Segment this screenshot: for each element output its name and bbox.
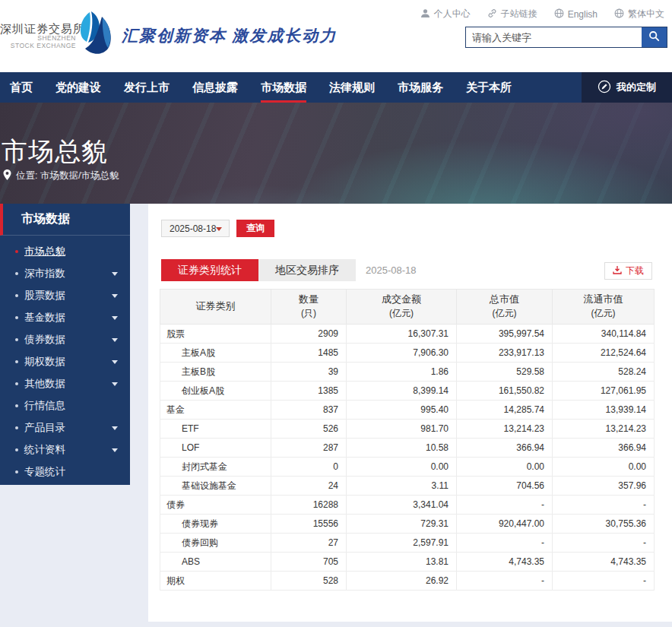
logo-en-line2: STOCK EXCHANGE bbox=[0, 43, 76, 50]
user-icon bbox=[420, 8, 430, 21]
top-link-label: 繁体中文 bbox=[628, 8, 664, 21]
table-row: 基金837995.4014,285.7413,939.14 bbox=[160, 401, 655, 420]
top-link[interactable]: 子站链接 bbox=[487, 8, 537, 21]
value-cell: 16,307.31 bbox=[347, 325, 457, 344]
top-link[interactable]: 个人中心 bbox=[420, 8, 471, 21]
sidebar-item[interactable]: 市场总貌 bbox=[0, 240, 130, 262]
sidebar-item[interactable]: 基金数据 bbox=[0, 306, 130, 328]
sidebar-item[interactable]: 债券数据 bbox=[0, 328, 130, 350]
value-cell: - bbox=[553, 572, 655, 591]
value-cell: 13.81 bbox=[347, 553, 457, 572]
top-link-label: 个人中心 bbox=[434, 8, 471, 21]
value-cell: 14,285.74 bbox=[457, 401, 553, 420]
slogan: 汇聚创新资本 激发成长动力 bbox=[122, 25, 337, 46]
value-cell: - bbox=[553, 496, 655, 515]
nav-item[interactable]: 市场服务 bbox=[398, 72, 443, 103]
sidebar-item-label: 债券数据 bbox=[24, 333, 65, 347]
value-cell: 8,399.14 bbox=[347, 382, 457, 401]
tabs: 证券类别统计地区交易排序 bbox=[161, 259, 356, 281]
search-input[interactable] bbox=[466, 27, 642, 47]
value-cell: 2,597.91 bbox=[347, 534, 457, 553]
sidebar-item[interactable]: 统计资料 bbox=[0, 439, 130, 461]
value-cell: 161,550.82 bbox=[457, 382, 553, 401]
value-cell: 526 bbox=[271, 420, 347, 439]
column-header: 数量(只) bbox=[271, 290, 347, 325]
category-cell: 股票 bbox=[160, 325, 271, 344]
nav-item[interactable]: 法律规则 bbox=[329, 72, 375, 103]
query-controls: 2025-08-18 查询 bbox=[161, 220, 274, 237]
value-cell: 3.11 bbox=[347, 477, 457, 496]
query-button[interactable]: 查询 bbox=[236, 220, 274, 237]
value-cell: 366.94 bbox=[457, 439, 553, 458]
sidebar-item-label: 产品目录 bbox=[24, 421, 65, 435]
column-header-label: 数量 bbox=[299, 293, 319, 305]
column-header: 流通市值(亿元) bbox=[553, 290, 655, 325]
logo-cn: 深圳证券交易所 bbox=[0, 22, 76, 35]
nav-item[interactable]: 党的建设 bbox=[55, 72, 101, 103]
tab[interactable]: 地区交易排序 bbox=[258, 259, 356, 281]
nav-item[interactable]: 关于本所 bbox=[466, 72, 512, 103]
value-cell: 3,341.04 bbox=[347, 496, 457, 515]
table-row: 基础设施基金243.11704.56357.96 bbox=[160, 477, 655, 496]
sidebar-item[interactable]: 产品目录 bbox=[0, 416, 130, 439]
download-icon bbox=[613, 265, 622, 277]
column-header-label: 证券类别 bbox=[196, 300, 236, 312]
nav-item[interactable]: 首页 bbox=[10, 72, 33, 103]
value-cell: 2909 bbox=[271, 325, 347, 344]
value-cell: 0 bbox=[271, 458, 347, 477]
sidebar-item[interactable]: 行情信息 bbox=[0, 394, 130, 416]
download-label: 下载 bbox=[626, 264, 644, 277]
category-cell: 主板A股 bbox=[160, 344, 271, 363]
sidebar: 市场数据 市场总貌深市指数股票数据基金数据债券数据期权数据其他数据行情信息产品目… bbox=[0, 204, 130, 485]
value-cell: 528.24 bbox=[553, 363, 655, 382]
sidebar-item[interactable]: 期权数据 bbox=[0, 350, 130, 372]
sidebar-item[interactable]: 其他数据 bbox=[0, 372, 130, 394]
table-row: ABS70513.814,743.354,743.35 bbox=[160, 553, 655, 572]
my-custom-button[interactable]: 我的定制 bbox=[582, 72, 672, 103]
top-link[interactable]: English bbox=[554, 8, 598, 21]
sidebar-title: 市场数据 bbox=[0, 204, 130, 236]
value-cell: - bbox=[457, 572, 553, 591]
table-row: 股票290916,307.31395,997.54340,114.84 bbox=[160, 325, 655, 344]
category-cell: LOF bbox=[160, 439, 271, 458]
nav-item[interactable]: 市场数据 bbox=[261, 72, 306, 103]
download-button[interactable]: 下载 bbox=[604, 262, 652, 280]
main-panel: 2025-08-18 查询 证券类别统计地区交易排序 2025-08-18 下载… bbox=[148, 204, 672, 622]
sidebar-list: 市场总貌深市指数股票数据基金数据债券数据期权数据其他数据行情信息产品目录统计资料… bbox=[0, 236, 130, 483]
column-header-unit: (亿元) bbox=[553, 307, 654, 320]
table-row: 债券回购272,597.91-- bbox=[160, 534, 655, 553]
value-cell: 981.70 bbox=[347, 420, 457, 439]
globe-icon bbox=[554, 8, 564, 21]
top-link[interactable]: 繁体中文 bbox=[614, 8, 664, 21]
value-cell: - bbox=[457, 496, 553, 515]
value-cell: 995.40 bbox=[347, 401, 457, 420]
content-area: 市场数据 市场总貌深市指数股票数据基金数据债券数据期权数据其他数据行情信息产品目… bbox=[0, 204, 672, 627]
logo-text: 深圳证券交易所 SHENZHEN STOCK EXCHANGE bbox=[0, 22, 76, 50]
header-row: 证券类别数量(只)成交金额(亿元)总市值(亿元)流通市值(亿元) bbox=[160, 290, 655, 325]
customize-icon bbox=[598, 80, 611, 96]
sidebar-item[interactable]: 深市指数 bbox=[0, 262, 130, 284]
category-cell: 封闭式基金 bbox=[160, 458, 271, 477]
szse-logo-icon bbox=[79, 11, 113, 61]
location-pin-icon bbox=[3, 169, 11, 182]
site-header: 深圳证券交易所 SHENZHEN STOCK EXCHANGE 汇聚创新资本 激… bbox=[0, 0, 672, 72]
column-header-unit: (亿元) bbox=[347, 307, 456, 320]
category-cell: 债券现券 bbox=[160, 515, 271, 534]
nav-item[interactable]: 信息披露 bbox=[192, 72, 238, 103]
value-cell: 26.92 bbox=[347, 572, 457, 591]
sidebar-item-label: 统计资料 bbox=[24, 443, 65, 457]
table-row: 债券现券15556729.31920,447.0030,755.36 bbox=[160, 515, 655, 534]
sidebar-item[interactable]: 专题统计 bbox=[0, 461, 130, 483]
logo[interactable]: 深圳证券交易所 SHENZHEN STOCK EXCHANGE 汇聚创新资本 激… bbox=[0, 11, 337, 61]
tab[interactable]: 证券类别统计 bbox=[161, 259, 258, 281]
value-cell: 704.56 bbox=[457, 477, 553, 496]
sidebar-item-label: 行情信息 bbox=[24, 399, 65, 413]
value-cell: 0.00 bbox=[457, 458, 553, 477]
nav-item[interactable]: 发行上市 bbox=[124, 72, 170, 103]
value-cell: 837 bbox=[271, 401, 347, 420]
page: 深圳证券交易所 SHENZHEN STOCK EXCHANGE 汇聚创新资本 激… bbox=[0, 0, 672, 627]
date-select[interactable]: 2025-08-18 bbox=[161, 220, 230, 237]
sidebar-item[interactable]: 股票数据 bbox=[0, 284, 130, 306]
search-button[interactable] bbox=[642, 27, 667, 47]
table-row: 创业板A股13858,399.14161,550.82127,061.95 bbox=[160, 382, 655, 401]
